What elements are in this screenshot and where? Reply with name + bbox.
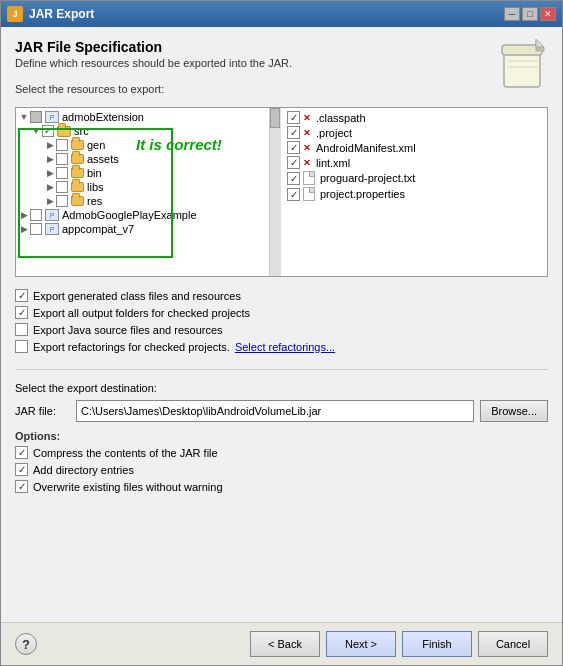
x-icon-classpath: ✕	[303, 113, 311, 123]
checkbox-export-java[interactable]	[15, 323, 28, 336]
checkbox-proguard[interactable]	[287, 172, 300, 185]
label-classpath: .classpath	[316, 112, 366, 124]
section-desc: Define which resources should be exporte…	[15, 57, 488, 69]
jar-export-window: J JAR Export ─ □ ✕ JAR File Specificatio…	[0, 0, 563, 666]
checkbox-export-class[interactable]	[15, 289, 28, 302]
tree-node-gen[interactable]: ▶ gen	[16, 138, 269, 152]
tree-panel-wrapper: ▼ P admobExtension ▼ src ▶	[16, 108, 281, 276]
back-button[interactable]: < Back	[250, 631, 320, 657]
svg-marker-5	[536, 39, 544, 47]
tree-label: Select the resources to export:	[15, 83, 548, 95]
jar-file-input[interactable]	[76, 400, 474, 422]
label-bin: bin	[87, 167, 102, 179]
window-title: JAR Export	[29, 7, 94, 21]
checkbox-compress[interactable]	[15, 446, 28, 459]
tree-node-appcompat_v7[interactable]: ▶ P appcompat_v7	[16, 222, 269, 236]
export-dest-section: Select the export destination: JAR file:…	[15, 382, 548, 422]
check-row-export-java: Export Java source files and resources	[15, 323, 548, 336]
file-item-projectprops: project.properties	[285, 186, 543, 202]
label-overwrite: Overwrite existing files without warning	[33, 481, 223, 493]
checkbox-directory[interactable]	[15, 463, 28, 476]
tree-node-admobExtension[interactable]: ▼ P admobExtension	[16, 110, 269, 124]
checkbox-AndroidManifest[interactable]	[287, 141, 300, 154]
checkbox-assets[interactable]	[56, 153, 68, 165]
file-icon-projectprops	[303, 187, 315, 201]
checkbox-project[interactable]	[287, 126, 300, 139]
file-item-lint: ✕ lint.xml	[285, 155, 543, 170]
checkbox-bin[interactable]	[56, 167, 68, 179]
label-proguard: proguard-project.txt	[320, 172, 415, 184]
tree-node-src[interactable]: ▼ src	[16, 124, 269, 138]
checkbox-AdmobGooglePlayExample[interactable]	[30, 209, 42, 221]
toggle-appcompat_v7[interactable]: ▶	[18, 223, 30, 235]
check-row-export-class: Export generated class files and resourc…	[15, 289, 548, 302]
checkbox-res[interactable]	[56, 195, 68, 207]
tree-scrollbar-thumb[interactable]	[270, 108, 280, 128]
next-button[interactable]: Next >	[326, 631, 396, 657]
cancel-button[interactable]: Cancel	[478, 631, 548, 657]
folder-icon-gen	[71, 140, 84, 150]
label-export-refactoring: Export refactorings for checked projects…	[33, 341, 230, 353]
bottom-left: ?	[15, 633, 37, 655]
bottom-bar: ? < Back Next > Finish Cancel	[1, 622, 562, 665]
toggle-admobExtension[interactable]: ▼	[18, 111, 30, 123]
x-icon-lint: ✕	[303, 158, 311, 168]
checkbox-export-refactoring[interactable]	[15, 340, 28, 353]
checkbox-appcompat_v7[interactable]	[30, 223, 42, 235]
toggle-gen[interactable]: ▶	[44, 139, 56, 151]
toggle-bin[interactable]: ▶	[44, 167, 56, 179]
minimize-button[interactable]: ─	[504, 7, 520, 21]
maximize-button[interactable]: □	[522, 7, 538, 21]
checkbox-classpath[interactable]	[287, 111, 300, 124]
checkbox-gen[interactable]	[56, 139, 68, 151]
jar-icon-decoration	[500, 39, 548, 91]
file-item-proguard: proguard-project.txt	[285, 170, 543, 186]
section-header: JAR File Specification Define which reso…	[15, 39, 548, 75]
toggle-assets[interactable]: ▶	[44, 153, 56, 165]
tree-node-libs[interactable]: ▶ libs	[16, 180, 269, 194]
tree-node-res[interactable]: ▶ res	[16, 194, 269, 208]
toggle-res[interactable]: ▶	[44, 195, 56, 207]
dest-row: JAR file: Browse...	[15, 400, 548, 422]
x-icon-project: ✕	[303, 128, 311, 138]
file-item-AndroidManifest: ✕ AndroidManifest.xml	[285, 140, 543, 155]
checkbox-export-output[interactable]	[15, 306, 28, 319]
tree-node-assets[interactable]: ▶ assets	[16, 152, 269, 166]
main-content: JAR File Specification Define which reso…	[1, 27, 562, 622]
file-item-project: ✕ .project	[285, 125, 543, 140]
label-lint: lint.xml	[316, 157, 350, 169]
folder-icon-libs	[71, 182, 84, 192]
checkbox-overwrite[interactable]	[15, 480, 28, 493]
label-appcompat_v7: appcompat_v7	[62, 223, 134, 235]
toggle-libs[interactable]: ▶	[44, 181, 56, 193]
export-dest-label: Select the export destination:	[15, 382, 548, 394]
checkbox-projectprops[interactable]	[287, 188, 300, 201]
label-export-class: Export generated class files and resourc…	[33, 290, 241, 302]
select-refactorings-link[interactable]: Select refactorings...	[235, 341, 335, 353]
checkbox-libs[interactable]	[56, 181, 68, 193]
close-button[interactable]: ✕	[540, 7, 556, 21]
checkbox-src[interactable]	[42, 125, 54, 137]
help-button[interactable]: ?	[15, 633, 37, 655]
project-icon-AdmobGooglePlayExample: P	[45, 209, 59, 221]
toggle-src[interactable]: ▼	[30, 125, 42, 137]
title-bar-left: J JAR Export	[7, 6, 94, 22]
options-section: Options: Compress the contents of the JA…	[15, 430, 548, 493]
checkbox-admobExtension[interactable]	[30, 111, 42, 123]
options-label: Options:	[15, 430, 548, 442]
tree-scrollbar[interactable]	[269, 108, 281, 276]
title-buttons: ─ □ ✕	[504, 7, 556, 21]
label-libs: libs	[87, 181, 104, 193]
label-projectprops: project.properties	[320, 188, 405, 200]
label-res: res	[87, 195, 102, 207]
tree-node-AdmobGooglePlayExample[interactable]: ▶ P AdmobGooglePlayExample	[16, 208, 269, 222]
finish-button[interactable]: Finish	[402, 631, 472, 657]
browse-button[interactable]: Browse...	[480, 400, 548, 422]
label-admobExtension: admobExtension	[62, 111, 144, 123]
tree-node-bin[interactable]: ▶ bin	[16, 166, 269, 180]
project-icon-appcompat_v7: P	[45, 223, 59, 235]
toggle-AdmobGooglePlayExample[interactable]: ▶	[18, 209, 30, 221]
checkbox-lint[interactable]	[287, 156, 300, 169]
export-options-section: Export generated class files and resourc…	[15, 289, 548, 353]
folder-icon-src	[57, 126, 71, 137]
